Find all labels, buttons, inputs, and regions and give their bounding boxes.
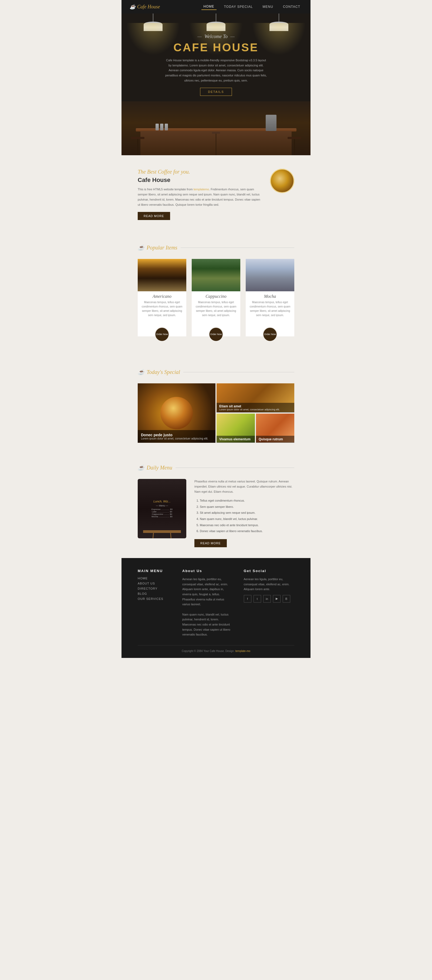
- hero-title: CAFE HOUSE: [165, 41, 267, 54]
- nav-menu[interactable]: MENU: [261, 4, 276, 10]
- lamp-left: [143, 13, 163, 31]
- footer-link-about[interactable]: ABOUT US: [138, 582, 171, 585]
- menu-board-legs: [145, 532, 180, 538]
- coffee-circle-img: [270, 169, 294, 193]
- nav-contact[interactable]: CONTACT: [281, 4, 302, 10]
- items-wrapper: Americano Maecenas tempus, tellus eget c…: [138, 259, 294, 347]
- special-item-2-title: Vivamus elementum: [219, 438, 252, 441]
- item-name-mocha: Mocha: [246, 291, 294, 300]
- special-grid: Donec pede justo Lorem ipsum dolor sit a…: [138, 383, 294, 443]
- footer-social-title: Get Social: [244, 569, 295, 573]
- lamp-right: [269, 13, 289, 31]
- social-youtube[interactable]: ▶: [273, 595, 281, 603]
- logo-icon: ☕: [129, 4, 135, 10]
- special-item-3-title: Quisque rutrum: [259, 438, 292, 441]
- footer-link-directory[interactable]: DIRECTORY: [138, 587, 171, 590]
- coffee-machine: [266, 115, 276, 131]
- footer-about-title: About Us: [182, 569, 233, 573]
- coffee-icon-menu: ☕: [138, 465, 145, 471]
- order-button-americano[interactable]: Order Now: [155, 327, 169, 342]
- order-button-cappuccino[interactable]: Order Now: [209, 327, 223, 342]
- menu-text: Phasellus viverra nulla ut metus varius …: [194, 479, 294, 547]
- about-coffee-image: [270, 169, 294, 193]
- lamp-wire: [216, 13, 216, 22]
- menu-description: Phasellus viverra nulla ut metus varius …: [194, 479, 294, 494]
- copyright-link[interactable]: template-mo: [236, 649, 250, 652]
- special-overlay-2: Vivamus elementum: [217, 436, 255, 443]
- nav-links: HOME TODAY SPECIAL MENU CONTACT: [201, 3, 303, 10]
- footer-about-text: Aenean leo ligula, porttitor eu, consequ…: [182, 577, 233, 637]
- special-side-top: Etiam sit amet Lorem ipsum dolor sit ame…: [217, 383, 294, 412]
- special-overlay-1: Etiam sit amet Lorem ipsum dolor sit ame…: [217, 403, 294, 412]
- social-behance[interactable]: B: [283, 595, 290, 603]
- site-logo[interactable]: ☕ Cafe House: [129, 4, 160, 10]
- navbar: ☕ Cafe House HOME TODAY SPECIAL MENU CON…: [121, 0, 311, 13]
- hero-section: Welcome To CAFE HOUSE Cafe House templat…: [121, 13, 311, 155]
- lamp-head: [207, 22, 225, 31]
- special-coffee-art: [160, 397, 193, 429]
- item-card-cappuccino: Cappuccino Maecenas tempus, tellus eget …: [192, 259, 240, 336]
- hero-content: Welcome To CAFE HOUSE Cafe House templat…: [159, 31, 273, 99]
- lamp-center: [207, 13, 225, 31]
- bar-stool-left: [131, 137, 145, 155]
- footer-link-services[interactable]: OUR SERVICES: [138, 597, 171, 600]
- lamp-head: [143, 22, 163, 31]
- item-image-cappuccino: [192, 259, 240, 291]
- footer-about: About Us Aenean leo ligula, porttitor eu…: [182, 569, 233, 637]
- menu-board-header: Lunch, Wiz...: [151, 500, 172, 503]
- menu-board: Lunch, Wiz... — Menu — Espresso ........…: [138, 479, 186, 547]
- item-desc-mocha: Maecenas tempus, tellus eget condimentum…: [246, 300, 294, 320]
- hero-subtitle: Welcome To: [165, 34, 267, 40]
- menu-divider-line: [175, 468, 294, 468]
- footer-grid: MAIN MENU HOME ABOUT US DIRECTORY BLOG O…: [138, 569, 294, 637]
- list-item: Tellus eget condimentum rhoncus.: [200, 498, 294, 503]
- social-facebook[interactable]: f: [244, 595, 251, 603]
- about-text: The Best Coffee for you. Cafe House This…: [138, 169, 262, 220]
- footer-main-menu: MAIN MENU HOME ABOUT US DIRECTORY BLOG O…: [138, 569, 171, 637]
- menu-list: Tellus eget condimentum rhoncus. Sem qua…: [194, 498, 294, 534]
- item-desc-americano: Maecenas tempus, tellus eget condimentum…: [138, 300, 186, 320]
- special-small-3: Quisque rutrum: [256, 414, 294, 443]
- mocha-img: [246, 259, 294, 291]
- social-icons: f t in ▶ B: [244, 595, 295, 603]
- bar-items: [156, 124, 168, 130]
- lamp-wire: [279, 13, 279, 22]
- menu-board-leg-right: [170, 532, 171, 538]
- special-main-desc: Lorem ipsum dolor sit amet, consectetuer…: [141, 437, 212, 440]
- item-desc-cappuccino: Maecenas tempus, tellus eget condimentum…: [192, 300, 240, 320]
- list-item: Sem quam semper libero.: [200, 504, 294, 509]
- stool-leg-r: [294, 139, 295, 155]
- special-divider: ☕ Today's Special: [138, 369, 294, 375]
- bar-stool-center: [212, 132, 220, 155]
- item-name-cappuccino: Cappuccino: [192, 291, 240, 300]
- hero-details-button[interactable]: DETAILS: [200, 88, 232, 96]
- menu-board-image: Lunch, Wiz... — Menu — Espresso ........…: [138, 479, 186, 538]
- popular-tagline: ☕ Popular Items: [138, 244, 177, 251]
- lamp-head: [269, 22, 289, 31]
- nav-home[interactable]: HOME: [201, 3, 217, 10]
- list-item: Sit amet adipiscing sem neque sed ipsum.: [200, 511, 294, 515]
- nav-today-special[interactable]: TODAY SPECIAL: [222, 4, 255, 10]
- templatemo-link-about[interactable]: templatemo: [194, 188, 209, 191]
- lamp-wire: [153, 13, 153, 22]
- menu-read-more-button[interactable]: READ MORE: [194, 539, 227, 547]
- order-button-mocha[interactable]: Order Now: [263, 327, 277, 342]
- special-divider-line: [183, 372, 294, 372]
- footer-main-menu-title: MAIN MENU: [138, 569, 171, 573]
- special-main-title: Donec pede justo: [141, 433, 212, 437]
- footer-bottom: Copyright © 2084 Your Cafe House. Design…: [138, 645, 294, 652]
- footer-link-blog[interactable]: BLOG: [138, 592, 171, 595]
- bar-stool-right: [287, 137, 301, 155]
- footer-link-home[interactable]: HOME: [138, 577, 171, 580]
- special-overlay-3: Quisque rutrum: [256, 436, 294, 443]
- cappuccino-img: [192, 259, 240, 291]
- item-name-americano: Americano: [138, 291, 186, 300]
- menu-board-leg-left: [153, 532, 154, 538]
- about-read-more-button[interactable]: READ MORE: [138, 212, 170, 220]
- social-twitter[interactable]: t: [253, 595, 261, 603]
- about-title: Cafe House: [138, 177, 262, 184]
- social-linkedin[interactable]: in: [263, 595, 271, 603]
- item-image-americano: [138, 259, 186, 291]
- coffee-icon-popular: ☕: [138, 244, 145, 251]
- coffee-icon-special: ☕: [138, 369, 145, 375]
